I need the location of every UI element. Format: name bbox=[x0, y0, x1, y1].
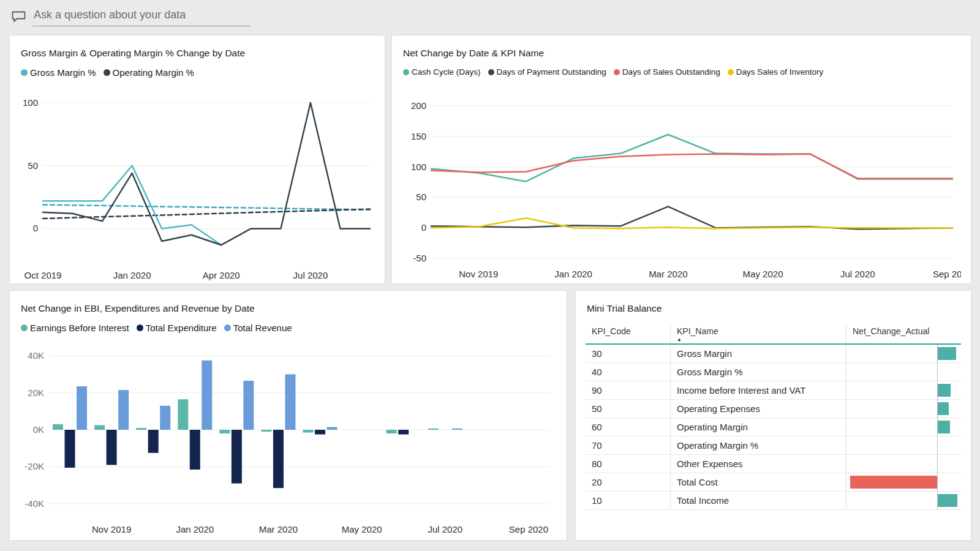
column-header-kpi-name[interactable]: KPI_Name ▲ bbox=[671, 323, 846, 344]
net-change-actual-cell bbox=[846, 363, 962, 381]
series-line-days-of-payment-outstanding bbox=[431, 206, 952, 229]
mini-trial-balance-panel[interactable]: Mini Trial Balance KPI_Code KPI_Name ▲ N… bbox=[576, 291, 971, 540]
bar-total-revenue[interactable] bbox=[243, 381, 254, 430]
table-row-operating-margin-[interactable]: 70Operating Margin % bbox=[586, 437, 961, 455]
bar-total-expenditure[interactable] bbox=[65, 430, 75, 468]
x-axis-tick-label: Mar 2020 bbox=[649, 269, 687, 279]
bar-earnings-before-interest[interactable] bbox=[428, 429, 439, 430]
legend-label: Days of Payment Outstanding bbox=[497, 67, 606, 77]
net-change-actual-cell bbox=[846, 418, 962, 437]
y-axis-tick-label: 200 bbox=[411, 100, 426, 111]
legend-dot-icon bbox=[403, 69, 409, 75]
y-axis-tick-label: -40K bbox=[24, 498, 44, 509]
net-change-actual-cell bbox=[846, 381, 962, 400]
bar-total-revenue[interactable] bbox=[452, 429, 462, 430]
kpi-name-cell: Operating Margin bbox=[671, 418, 846, 437]
y-axis-tick-label: 40K bbox=[28, 350, 44, 361]
legend-dot-icon bbox=[614, 69, 620, 75]
trial-balance-table: KPI_Code KPI_Name ▲ Net_Change_Actual 30… bbox=[586, 323, 961, 510]
ebi-expenditure-revenue-panel[interactable]: Net Change in EBI, Expenditures and Reve… bbox=[10, 291, 567, 540]
bar-earnings-before-interest[interactable] bbox=[94, 425, 105, 430]
bar-total-expenditure[interactable] bbox=[273, 430, 284, 488]
bar-total-expenditure[interactable] bbox=[107, 430, 117, 465]
legend-dot-icon bbox=[488, 69, 494, 75]
x-axis-tick-label: May 2020 bbox=[342, 524, 382, 534]
bar-total-revenue[interactable] bbox=[77, 386, 87, 430]
legend-item-days-of-payment-outstanding[interactable]: Days of Payment Outstanding bbox=[488, 67, 606, 77]
bar-earnings-before-interest[interactable] bbox=[178, 399, 188, 430]
kpi-code-cell: 60 bbox=[586, 418, 671, 437]
table-row-total-income[interactable]: 10Total Income bbox=[586, 492, 961, 510]
legend-item-days-sales-of-inventory[interactable]: Days Sales of Inventory bbox=[728, 67, 824, 77]
legend-dot-icon bbox=[728, 69, 734, 75]
bar-total-expenditure[interactable] bbox=[148, 430, 159, 453]
bar-earnings-before-interest[interactable] bbox=[303, 430, 314, 433]
bar-total-revenue[interactable] bbox=[202, 361, 212, 430]
ebi-bar-chart[interactable]: -40K-20K0K20K40KNov 2019Jan 2020Mar 2020… bbox=[20, 337, 557, 539]
chart-title: Net Change in EBI, Expenditures and Reve… bbox=[21, 303, 557, 314]
table-row-gross-margin-[interactable]: 40Gross Margin % bbox=[586, 363, 961, 381]
x-axis-tick-label: Jul 2020 bbox=[428, 524, 462, 534]
gross-operating-margin-panel[interactable]: Gross Margin & Operating Margin % Change… bbox=[10, 36, 385, 283]
table-row-other-expenses[interactable]: 80Other Expenses bbox=[586, 455, 961, 473]
legend-label: Total Expenditure bbox=[146, 323, 217, 333]
legend-dot-icon bbox=[21, 324, 28, 331]
legend-item-total-revenue[interactable]: Total Revenue bbox=[224, 323, 292, 333]
kpi-code-cell: 40 bbox=[586, 363, 671, 381]
kpi-name-cell: Total Income bbox=[671, 492, 846, 510]
negative-data-bar bbox=[850, 476, 937, 489]
bar-total-expenditure[interactable] bbox=[232, 430, 242, 484]
kpi-name-cell: Income before Interest and VAT bbox=[671, 381, 846, 400]
table-row-total-cost[interactable]: 20Total Cost bbox=[586, 473, 961, 492]
bar-earnings-before-interest[interactable] bbox=[53, 424, 63, 430]
bar-total-expenditure[interactable] bbox=[398, 430, 409, 435]
table-row-gross-margin[interactable]: 30Gross Margin bbox=[586, 344, 961, 363]
table-row-operating-expenses[interactable]: 50Operating Expenses bbox=[586, 400, 961, 418]
column-header-net-change-actual[interactable]: Net_Change_Actual bbox=[846, 323, 962, 344]
bar-total-revenue[interactable] bbox=[160, 406, 170, 430]
bar-total-revenue[interactable] bbox=[327, 427, 337, 430]
y-axis-tick-label: 150 bbox=[411, 131, 426, 141]
legend-item-days-of-sales-outstanding[interactable]: Days of Sales Outstanding bbox=[614, 67, 720, 77]
bar-total-expenditure[interactable] bbox=[190, 430, 200, 470]
margin-line-chart[interactable]: 050100Oct 2019Jan 2020Apr 2020Jul 2020 bbox=[20, 81, 375, 285]
table-row-operating-margin[interactable]: 60Operating Margin bbox=[586, 418, 961, 437]
table-row-income-before-interest-and-vat[interactable]: 90Income before Interest and VAT bbox=[586, 381, 961, 400]
legend-item-gross-margin-[interactable]: Gross Margin % bbox=[21, 67, 96, 78]
column-header-label: KPI_Name bbox=[677, 326, 718, 336]
legend-label: Earnings Before Interest bbox=[30, 323, 129, 333]
net-change-actual-cell bbox=[846, 437, 962, 455]
legend-item-earnings-before-interest[interactable]: Earnings Before Interest bbox=[21, 323, 129, 333]
series-line-cash-cycle-days- bbox=[431, 135, 952, 182]
bar-earnings-before-interest[interactable] bbox=[261, 430, 271, 432]
bar-total-revenue[interactable] bbox=[285, 374, 295, 430]
bar-earnings-before-interest[interactable] bbox=[136, 428, 146, 430]
legend-item-cash-cycle-days-[interactable]: Cash Cycle (Days) bbox=[403, 67, 481, 77]
legend: Cash Cycle (Days)Days of Payment Outstan… bbox=[403, 67, 961, 77]
net-change-kpi-panel[interactable]: Net Change by Date & KPI Name Cash Cycle… bbox=[392, 36, 971, 283]
positive-data-bar bbox=[938, 402, 949, 415]
legend-dot-icon bbox=[21, 69, 28, 76]
kpi-code-cell: 50 bbox=[586, 400, 671, 418]
kpi-line-chart[interactable]: -50050100150200Nov 2019Jan 2020Mar 2020M… bbox=[402, 80, 961, 283]
x-axis-tick-label: Nov 2019 bbox=[459, 269, 498, 279]
bar-total-revenue[interactable] bbox=[118, 390, 129, 430]
bar-earnings-before-interest[interactable] bbox=[219, 430, 230, 433]
legend-item-operating-margin-[interactable]: Operating Margin % bbox=[104, 67, 194, 78]
kpi-name-cell: Operating Expenses bbox=[671, 400, 846, 418]
bar-earnings-before-interest[interactable] bbox=[386, 430, 397, 433]
x-axis-tick-label: Mar 2020 bbox=[259, 524, 298, 534]
kpi-code-cell: 90 bbox=[586, 381, 671, 400]
series-line-operating-margin-trend bbox=[43, 209, 370, 219]
y-axis-tick-label: -20K bbox=[24, 461, 44, 471]
y-axis-tick-label: 0K bbox=[33, 424, 44, 435]
net-change-actual-cell bbox=[846, 400, 962, 418]
x-axis-tick-label: Nov 2019 bbox=[92, 524, 131, 534]
positive-data-bar bbox=[938, 421, 950, 433]
y-axis-tick-label: -50 bbox=[413, 253, 426, 263]
qa-search-input[interactable] bbox=[32, 7, 251, 26]
column-header-kpi-code[interactable]: KPI_Code bbox=[586, 323, 671, 344]
kpi-code-cell: 80 bbox=[586, 455, 671, 473]
legend-item-total-expenditure[interactable]: Total Expenditure bbox=[137, 323, 217, 333]
bar-total-expenditure[interactable] bbox=[315, 430, 325, 435]
